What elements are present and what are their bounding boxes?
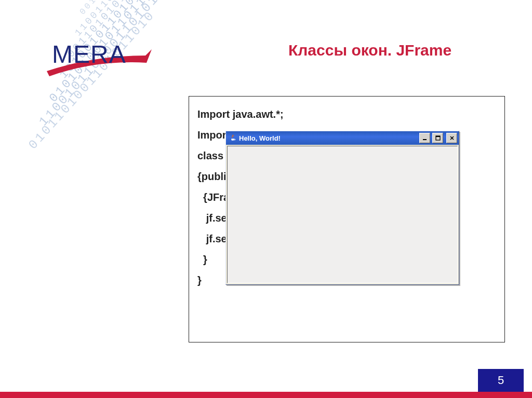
page-number: 5 (478, 369, 524, 392)
mera-logo: MERA (52, 40, 126, 68)
binary-row: 0101101001101011010 (26, 8, 158, 152)
maximize-button[interactable] (432, 133, 443, 143)
window-title: Hello, World! (239, 134, 417, 142)
svg-rect-0 (423, 139, 427, 140)
slide-title: Классы окон. JFrame (288, 42, 451, 59)
code-line: Import java.awt.*; (197, 104, 496, 125)
java-jframe-window: Hello, World! (225, 131, 459, 285)
binary-background: 1010100110100101101 0010110100110101010 … (0, 0, 218, 197)
window-titlebar[interactable]: Hello, World! (226, 131, 459, 145)
logo-text: MERA (52, 40, 126, 68)
java-cup-icon (229, 134, 237, 142)
binary-row: 1100110101010010110 (73, 0, 178, 38)
svg-rect-2 (436, 136, 440, 137)
close-button[interactable] (446, 133, 457, 143)
binary-row: 0010110100110101010 (78, 0, 175, 17)
footer-bar (0, 392, 532, 398)
window-client-area (227, 146, 458, 283)
minimize-button[interactable] (419, 133, 430, 143)
